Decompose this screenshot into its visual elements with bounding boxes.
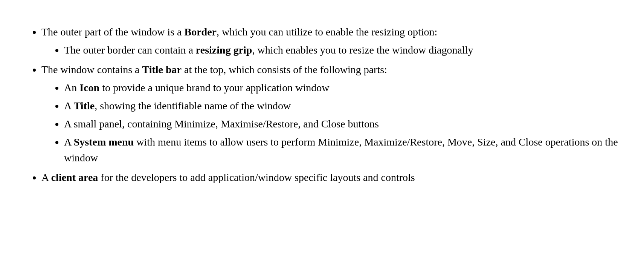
title-bold: Title [74, 100, 95, 112]
list-item-resizing-grip: The outer border can contain a resizing … [64, 42, 625, 58]
title-text-after: , showing the identifiable name of the w… [95, 100, 291, 112]
icon-text-after: to provide a unique brand to your applic… [99, 82, 329, 93]
title-bar-sublist: An Icon to provide a unique brand to you… [64, 80, 625, 166]
client-area-bold: client area [51, 172, 98, 183]
icon-bold: Icon [79, 82, 99, 93]
title-bar-text-before: The window contains a [41, 64, 142, 75]
client-area-text-after: for the developers to add application/wi… [98, 172, 415, 183]
resizing-grip-bold: resizing grip [196, 44, 252, 56]
system-menu-text-before: A [64, 136, 74, 148]
list-item-system-menu: A System menu with menu items to allow u… [64, 134, 625, 166]
main-list: The outer part of the window is a Border… [41, 24, 625, 185]
list-item-title: A Title, showing the identifiable name o… [64, 98, 625, 114]
system-menu-bold: System menu [74, 136, 134, 148]
border-text-after: , which you can utilize to enable the re… [217, 26, 437, 38]
title-text-before: A [64, 100, 74, 112]
list-item-panel: A small panel, containing Minimize, Maxi… [64, 116, 625, 132]
client-area-text-before: A [41, 172, 51, 183]
border-text-before: The outer part of the window is a [41, 26, 184, 38]
panel-text: A small panel, containing Minimize, Maxi… [64, 118, 379, 130]
title-bar-text-after: at the top, which consists of the follow… [182, 64, 387, 75]
list-item-icon: An Icon to provide a unique brand to you… [64, 80, 625, 96]
title-bar-bold: Title bar [142, 64, 182, 75]
border-sublist: The outer border can contain a resizing … [64, 42, 625, 58]
icon-text-before: An [64, 82, 79, 93]
list-item-client-area: A client area for the developers to add … [41, 170, 625, 185]
list-item-title-bar: The window contains a Title bar at the t… [41, 62, 625, 166]
list-item-border: The outer part of the window is a Border… [41, 24, 625, 58]
border-bold: Border [184, 26, 217, 38]
system-menu-text-after: with menu items to allow users to perfor… [64, 136, 618, 164]
resizing-grip-text-before: The outer border can contain a [64, 44, 196, 56]
resizing-grip-text-after: , which enables you to resize the window… [252, 44, 473, 56]
